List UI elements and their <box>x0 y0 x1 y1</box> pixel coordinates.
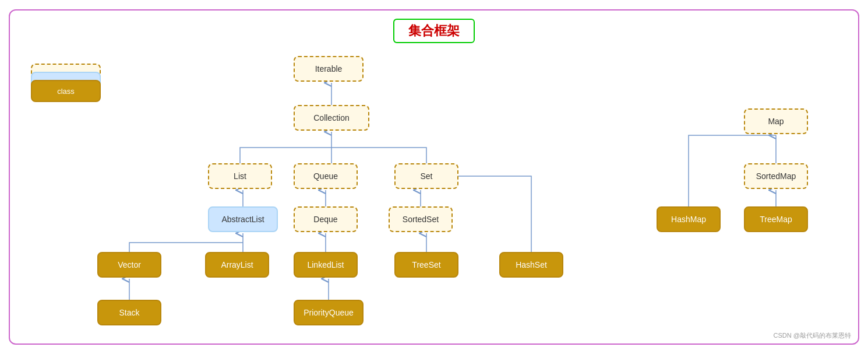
node-vector: Vector <box>97 252 161 278</box>
node-hashset: HashSet <box>499 252 563 278</box>
node-map: Map <box>744 108 808 134</box>
node-sortedmap: SortedMap <box>744 163 808 189</box>
node-treemap: TreeMap <box>744 206 808 232</box>
node-stack: Stack <box>97 300 161 325</box>
node-arraylist: ArrayList <box>205 252 269 278</box>
node-priorityqueue: PriorityQueue <box>294 300 364 325</box>
node-abstractlist: AbstractList <box>208 206 278 232</box>
node-deque: Deque <box>294 206 358 232</box>
node-sortedset: SortedSet <box>389 206 453 232</box>
node-treeset: TreeSet <box>394 252 458 278</box>
node-hashmap: HashMap <box>657 206 721 232</box>
node-linkedlist: LinkedList <box>294 252 358 278</box>
legend-class-box: class <box>31 80 101 102</box>
node-collection: Collection <box>294 105 369 131</box>
node-iterable: Iterable <box>294 56 364 82</box>
node-list: List <box>208 163 272 189</box>
diagram-title: 集合框架 <box>393 19 475 43</box>
node-queue: Queue <box>294 163 358 189</box>
watermark: CSDN @敲代码的布莱恩特 <box>774 331 851 340</box>
node-set: Set <box>394 163 458 189</box>
diagram-container: 集合框架 <box>9 9 859 345</box>
